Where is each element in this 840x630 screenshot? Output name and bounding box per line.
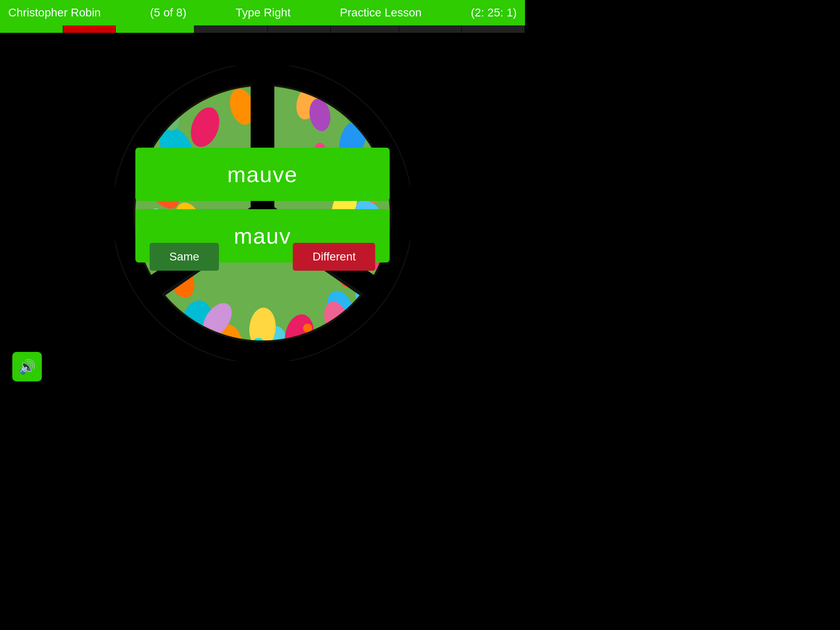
lesson-label: Practice Lesson	[340, 6, 422, 19]
progress-label: (5 of 8)	[150, 6, 187, 19]
same-button[interactable]: Same	[150, 243, 219, 271]
different-button[interactable]: Different	[293, 243, 375, 271]
speaker-icon: 🔊	[18, 358, 36, 375]
progress-seg-4	[194, 25, 268, 33]
progress-seg-6	[331, 25, 399, 33]
progress-seg-1	[0, 25, 63, 33]
progress-seg-8	[462, 25, 525, 33]
student-name: Christopher Robin	[8, 6, 101, 19]
word-top: mauve	[227, 162, 298, 187]
progress-seg-7	[399, 25, 462, 33]
main-content: mauve mauv Same Different	[0, 33, 525, 394]
peace-sign-graphic: mauve mauv Same Different	[115, 66, 410, 361]
sound-button[interactable]: 🔊	[12, 352, 42, 381]
progress-bar	[0, 25, 525, 33]
answer-buttons-row: Same Different	[150, 243, 375, 271]
progress-seg-5	[268, 25, 331, 33]
progress-seg-3	[116, 25, 194, 33]
app-name: Type Right	[236, 6, 291, 19]
content-overlay: mauve mauv Same Different	[115, 66, 410, 361]
lesson-code: (2: 25: 1)	[471, 6, 517, 19]
word-top-box: mauve	[135, 148, 390, 201]
header-bar: Christopher Robin (5 of 8) Type Right Pr…	[0, 0, 525, 25]
progress-seg-2	[63, 25, 116, 33]
